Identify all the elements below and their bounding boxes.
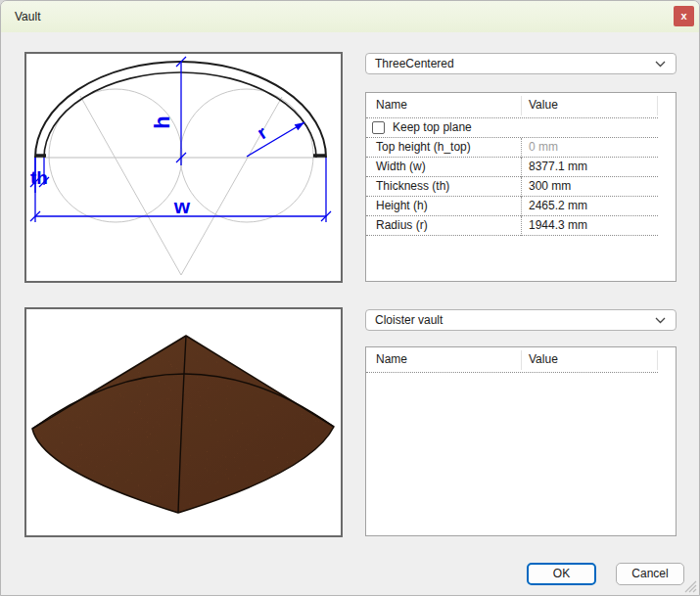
keep-top-plane-checkbox[interactable] bbox=[372, 121, 385, 134]
table-row-keep-top-plane[interactable]: Keep top plane bbox=[366, 118, 658, 138]
cloister-vault-3d bbox=[26, 309, 341, 535]
header-value: Value bbox=[529, 347, 558, 372]
table-row-thickness[interactable]: Thickness (th) 300 mm bbox=[366, 177, 658, 197]
param-value: 0 mm bbox=[529, 138, 558, 157]
param-value[interactable]: 8377.1 mm bbox=[529, 158, 587, 176]
header-divider bbox=[657, 96, 658, 115]
table-header: Name Value bbox=[366, 347, 658, 373]
param-name: Keep top plane bbox=[393, 118, 472, 137]
vault-type-value: ThreeCentered bbox=[375, 54, 454, 73]
parameters-table: Name Value Keep top plane Top height (h_… bbox=[365, 92, 677, 282]
param-name: Radius (r) bbox=[376, 216, 428, 235]
header-divider bbox=[657, 350, 658, 370]
chevron-down-icon bbox=[655, 61, 666, 68]
label-r: r bbox=[254, 121, 271, 143]
header-divider bbox=[521, 96, 522, 115]
table-row-width[interactable]: Width (w) 8377.1 mm bbox=[366, 158, 658, 177]
header-name: Name bbox=[376, 93, 407, 117]
table-row-top-height[interactable]: Top height (h_top) 0 mm bbox=[366, 138, 658, 158]
vault-type-select[interactable]: ThreeCentered bbox=[365, 53, 677, 74]
vault-3d-panel bbox=[24, 307, 343, 537]
param-value[interactable]: 1944.3 mm bbox=[529, 216, 587, 235]
param-name: Thickness (th) bbox=[376, 177, 449, 196]
table-header: Name Value bbox=[366, 93, 658, 118]
header-name: Name bbox=[376, 347, 407, 372]
param-name: Top height (h_top) bbox=[376, 138, 471, 157]
label-w: w bbox=[173, 195, 191, 217]
header-value: Value bbox=[529, 93, 558, 117]
param-name: Width (w) bbox=[376, 158, 426, 176]
close-button[interactable]: x bbox=[674, 6, 694, 26]
param-value[interactable]: 2465.2 mm bbox=[529, 197, 587, 215]
window-title: Vault bbox=[15, 1, 40, 32]
chevron-down-icon bbox=[655, 317, 666, 324]
param-name: Height (h) bbox=[376, 197, 428, 215]
ok-button[interactable]: OK bbox=[527, 563, 596, 585]
three-centered-diagram: h r th w bbox=[26, 54, 341, 281]
cancel-button[interactable]: Cancel bbox=[616, 563, 684, 585]
vault-style-select[interactable]: Cloister vault bbox=[365, 309, 677, 331]
label-h: h bbox=[150, 115, 174, 128]
resize-grip-icon[interactable] bbox=[684, 580, 697, 593]
vault-dialog: Vault x h bbox=[0, 0, 700, 596]
vault-style-value: Cloister vault bbox=[375, 310, 443, 330]
table-row-radius[interactable]: Radius (r) 1944.3 mm bbox=[366, 216, 658, 236]
style-parameters-table: Name Value bbox=[365, 346, 677, 536]
table-row-height[interactable]: Height (h) 2465.2 mm bbox=[366, 197, 658, 216]
close-icon: x bbox=[674, 6, 694, 26]
titlebar[interactable]: Vault x bbox=[1, 1, 699, 32]
label-th: th bbox=[30, 167, 48, 188]
vault-diagram-panel: h r th w bbox=[24, 52, 343, 283]
param-value[interactable]: 300 mm bbox=[529, 177, 571, 196]
header-divider bbox=[521, 350, 522, 370]
